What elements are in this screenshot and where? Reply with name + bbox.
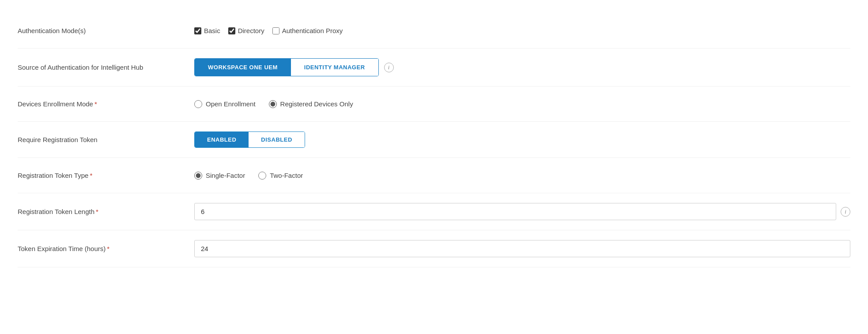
token-expiration-control <box>194 240 850 257</box>
token-toggle-group: ENABLED DISABLED <box>194 131 305 148</box>
directory-checkbox[interactable] <box>228 27 235 34</box>
required-star-token-type: * <box>90 172 92 179</box>
registered-devices-radio[interactable] <box>269 100 277 108</box>
single-factor-item[interactable]: Single-Factor <box>194 172 245 180</box>
require-token-label: Require Registration Token <box>18 136 194 143</box>
authentication-checkboxes: Basic Directory Authentication Proxy <box>194 27 343 34</box>
token-type-row: Registration Token Type* Single-Factor T… <box>18 158 850 193</box>
token-type-control: Single-Factor Two-Factor <box>194 172 850 180</box>
two-factor-label: Two-Factor <box>270 172 303 179</box>
token-length-label: Registration Token Length* <box>18 208 194 215</box>
basic-checkbox-item[interactable]: Basic <box>194 27 220 34</box>
two-factor-radio[interactable] <box>258 172 266 180</box>
token-length-input-wrapper: i <box>194 203 850 220</box>
auth-proxy-checkbox-item[interactable]: Authentication Proxy <box>272 27 343 34</box>
single-factor-radio[interactable] <box>194 172 202 180</box>
token-disabled-btn[interactable]: DISABLED <box>249 132 304 147</box>
token-type-radio-group: Single-Factor Two-Factor <box>194 172 303 180</box>
required-star-token-expiration: * <box>107 245 109 252</box>
required-star-enrollment: * <box>94 100 97 108</box>
single-factor-label: Single-Factor <box>206 172 245 179</box>
source-authentication-label: Source of Authentication for Intelligent… <box>18 64 194 71</box>
authentication-mode-row: Authentication Mode(s) Basic Directory A… <box>18 13 850 49</box>
two-factor-item[interactable]: Two-Factor <box>258 172 303 180</box>
open-enrollment-item[interactable]: Open Enrollment <box>194 100 256 108</box>
registered-devices-label: Registered Devices Only <box>280 100 353 108</box>
token-type-label: Registration Token Type* <box>18 172 194 179</box>
require-token-row: Require Registration Token ENABLED DISAB… <box>18 122 850 158</box>
token-expiration-label: Token Expiration Time (hours)* <box>18 245 194 252</box>
basic-label: Basic <box>204 27 220 34</box>
hub-info-icon[interactable]: i <box>384 63 394 72</box>
source-authentication-row: Source of Authentication for Intelligent… <box>18 49 850 86</box>
required-star-token-length: * <box>96 208 98 215</box>
token-enabled-btn[interactable]: ENABLED <box>195 132 249 147</box>
source-authentication-control: WORKSPACE ONE UEM IDENTITY MANAGER i <box>194 58 850 76</box>
authentication-mode-control: Basic Directory Authentication Proxy <box>194 27 850 34</box>
auth-proxy-checkbox[interactable] <box>272 27 279 34</box>
token-length-info-icon[interactable]: i <box>841 207 850 217</box>
token-length-row: Registration Token Length* i <box>18 193 850 230</box>
basic-checkbox[interactable] <box>194 27 201 34</box>
token-length-input[interactable] <box>194 203 836 220</box>
devices-enrollment-control: Open Enrollment Registered Devices Only <box>194 100 850 108</box>
token-expiration-row: Token Expiration Time (hours)* <box>18 230 850 267</box>
devices-enrollment-row: Devices Enrollment Mode* Open Enrollment… <box>18 86 850 122</box>
token-expiration-input-wrapper <box>194 240 850 257</box>
token-expiration-input[interactable] <box>194 240 850 257</box>
auth-proxy-label: Authentication Proxy <box>282 27 343 34</box>
token-length-control: i <box>194 203 850 220</box>
registered-devices-item[interactable]: Registered Devices Only <box>269 100 353 108</box>
identity-manager-btn[interactable]: IDENTITY MANAGER <box>291 59 378 76</box>
workspace-one-btn[interactable]: WORKSPACE ONE UEM <box>195 59 291 76</box>
authentication-mode-label: Authentication Mode(s) <box>18 27 194 34</box>
directory-checkbox-item[interactable]: Directory <box>228 27 264 34</box>
hub-toggle-group: WORKSPACE ONE UEM IDENTITY MANAGER <box>194 58 379 76</box>
directory-label: Directory <box>238 27 264 34</box>
enrollment-radio-group: Open Enrollment Registered Devices Only <box>194 100 353 108</box>
devices-enrollment-label: Devices Enrollment Mode* <box>18 100 194 108</box>
require-token-control: ENABLED DISABLED <box>194 131 850 148</box>
open-enrollment-radio[interactable] <box>194 100 202 108</box>
open-enrollment-label: Open Enrollment <box>206 100 256 108</box>
